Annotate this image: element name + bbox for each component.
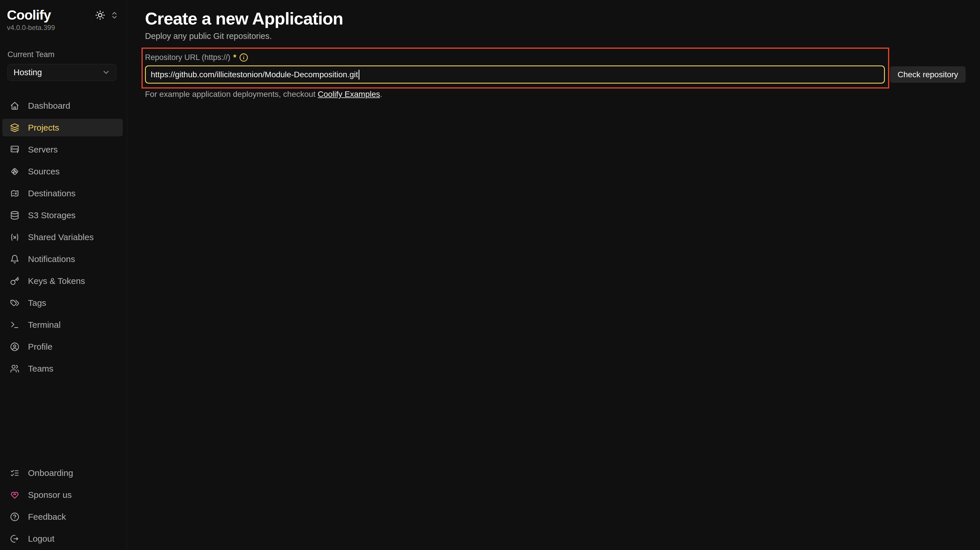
check-repository-button[interactable]: Check repository xyxy=(890,66,966,83)
sidebar-item-label: Onboarding xyxy=(28,468,73,478)
sidebar-item-label: Projects xyxy=(28,123,59,133)
sidebar-item-label: Servers xyxy=(28,145,58,154)
chevron-down-icon xyxy=(102,68,110,77)
main-content: Create a new Application Deploy any publ… xyxy=(127,0,980,550)
sidebar-item-s3-storages[interactable]: S3 Storages xyxy=(2,207,123,224)
sidebar-item-destinations[interactable]: Destinations xyxy=(2,184,123,202)
terminal-icon xyxy=(10,320,19,329)
sidebar-item-label: Sources xyxy=(28,167,60,176)
key-icon xyxy=(10,277,19,286)
sidebar-item-projects[interactable]: Projects xyxy=(2,119,123,136)
users-icon xyxy=(10,364,19,373)
sidebar-item-terminal[interactable]: Terminal xyxy=(2,316,123,334)
sidebar-item-keys-tokens[interactable]: Keys & Tokens xyxy=(2,272,123,290)
sidebar-item-tags[interactable]: Tags xyxy=(2,294,123,312)
sidebar-item-label: Destinations xyxy=(28,189,76,198)
sidebar-item-label: Tags xyxy=(28,298,46,308)
sidebar-item-label: Feedback xyxy=(28,512,66,522)
sidebar-item-profile[interactable]: Profile xyxy=(2,338,123,355)
variable-icon xyxy=(10,233,19,242)
sun-icon[interactable] xyxy=(95,10,105,21)
checklist-icon xyxy=(10,469,19,478)
sidebar: Coolify v4.0.0-beta.399 Current Team Hos… xyxy=(0,0,127,550)
chevrons-up-down-icon[interactable] xyxy=(110,11,119,20)
sidebar-item-label: Logout xyxy=(28,534,54,544)
layers-icon xyxy=(10,123,19,132)
helper-text: For example application deployments, che… xyxy=(145,89,980,99)
sidebar-item-label: Dashboard xyxy=(28,101,70,111)
repo-url-label-row: Repository URL (https://) * xyxy=(145,52,980,62)
helper-suffix: . xyxy=(380,90,382,99)
sidebar-item-label: Teams xyxy=(28,364,53,374)
repository-url-value: https://github.com/illicitestonion/Modul… xyxy=(151,70,358,79)
app-version: v4.0.0-beta.399 xyxy=(7,24,119,32)
heart-hands-icon xyxy=(10,490,19,499)
current-team-label: Current Team xyxy=(8,49,116,59)
sidebar-nav: DashboardProjectsServersSourcesDestinati… xyxy=(2,97,123,377)
helper-prefix: For example application deployments, che… xyxy=(145,90,318,99)
sidebar-item-teams[interactable]: Teams xyxy=(2,360,123,377)
server-icon xyxy=(10,145,19,154)
sidebar-item-dashboard[interactable]: Dashboard xyxy=(2,97,123,114)
app-logo: Coolify xyxy=(7,8,51,22)
page-title: Create a new Application xyxy=(145,9,980,29)
map-x-icon xyxy=(10,189,19,198)
team-select-value: Hosting xyxy=(14,68,42,77)
help-circle-icon xyxy=(10,512,19,521)
database-icon xyxy=(10,211,19,220)
required-marker: * xyxy=(233,53,236,62)
sidebar-item-label: Profile xyxy=(28,342,52,352)
sidebar-item-notifications[interactable]: Notifications xyxy=(2,250,123,268)
tags-icon xyxy=(10,298,19,308)
repo-url-input-row: https://github.com/illicitestonion/Modul… xyxy=(145,65,980,84)
sidebar-item-feedback[interactable]: Feedback xyxy=(2,508,123,526)
sidebar-item-logout[interactable]: Logout xyxy=(2,530,123,547)
info-icon[interactable] xyxy=(239,53,248,62)
coolify-examples-link[interactable]: Coolify Examples xyxy=(318,90,380,99)
bell-icon xyxy=(10,254,19,264)
app-window: Coolify v4.0.0-beta.399 Current Team Hos… xyxy=(0,0,980,550)
sidebar-item-label: S3 Storages xyxy=(28,210,76,220)
page-subtitle: Deploy any public Git repositories. xyxy=(145,30,980,41)
git-icon xyxy=(10,167,19,176)
sidebar-item-servers[interactable]: Servers xyxy=(2,141,123,158)
user-circle-icon xyxy=(10,342,19,351)
team-select[interactable]: Hosting xyxy=(8,64,116,81)
sidebar-header: Coolify v4.0.0-beta.399 xyxy=(0,0,127,32)
text-caret xyxy=(359,70,360,79)
sidebar-item-label: Terminal xyxy=(28,320,60,330)
repo-url-label: Repository URL (https://) xyxy=(145,53,230,62)
sidebar-item-onboarding[interactable]: Onboarding xyxy=(2,464,123,482)
home-icon xyxy=(10,101,19,110)
sidebar-item-sponsor-us[interactable]: Sponsor us xyxy=(2,486,123,504)
sidebar-item-label: Sponsor us xyxy=(28,490,72,500)
sidebar-item-sources[interactable]: Sources xyxy=(2,162,123,180)
sidebar-footer-nav: OnboardingSponsor usFeedbackLogout xyxy=(2,464,123,547)
sidebar-item-label: Shared Variables xyxy=(28,232,94,242)
sidebar-item-label: Keys & Tokens xyxy=(28,276,85,286)
logout-icon xyxy=(10,534,19,544)
sidebar-item-shared-variables[interactable]: Shared Variables xyxy=(2,228,123,246)
team-block: Current Team Hosting xyxy=(0,32,127,81)
sidebar-item-label: Notifications xyxy=(28,254,75,264)
repository-url-input[interactable]: https://github.com/illicitestonion/Modul… xyxy=(145,65,885,84)
